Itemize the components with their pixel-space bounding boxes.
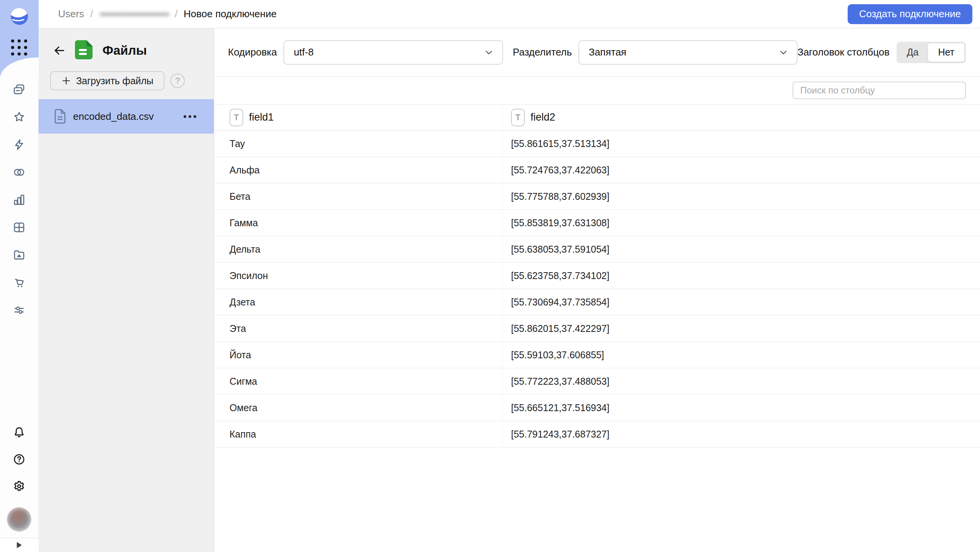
- avatar[interactable]: [7, 507, 31, 532]
- circles-icon[interactable]: [13, 166, 26, 179]
- table-row: Дельта [55.638053,37.591054]: [214, 236, 980, 263]
- files-panel-header: Файлы: [39, 28, 214, 61]
- settings-row: Кодировка utf-8 Разделитель Запятая: [214, 28, 980, 77]
- back-button[interactable]: [52, 44, 66, 57]
- table-body: Тау [55.861615,37.513134] Альфа [55.7247…: [214, 131, 980, 447]
- topbar: Users / ●●●●●●●●●●●●●●●●●●●● / Новое под…: [39, 0, 980, 28]
- table-cell-field1: Дзета: [214, 289, 502, 315]
- table-cell-field2: [55.623758,37.734102]: [502, 263, 980, 289]
- encoding-label: Кодировка: [228, 46, 277, 58]
- cell-value: [55.861615,37.513134]: [511, 138, 609, 149]
- cart-icon[interactable]: [13, 276, 26, 289]
- avatar-photo-blurred: [7, 507, 31, 532]
- upload-help-icon[interactable]: ?: [170, 73, 185, 88]
- column-type-string-icon[interactable]: T: [511, 109, 525, 126]
- table-row: Йота [55.59103,37.606855]: [214, 342, 980, 368]
- sidebar-bottom: [7, 426, 31, 538]
- cell-value: [55.772223,37.488053]: [511, 376, 609, 387]
- cell-value: Каппа: [230, 429, 256, 440]
- table-cell-field2: [55.853819,37.631308]: [502, 210, 980, 236]
- cell-value: [55.862015,37.422297]: [511, 323, 609, 334]
- cell-value: [55.791243,37.687327]: [511, 429, 609, 440]
- table-row: Бета [55.775788,37.602939]: [214, 183, 980, 210]
- sidebar-expand-button[interactable]: [0, 538, 39, 552]
- table-cell-field2: [55.59103,37.606855]: [502, 342, 980, 368]
- star-icon[interactable]: [13, 111, 26, 124]
- preview-table: T field1 T field2 Тау [55.861615,37.5131…: [214, 105, 980, 447]
- cell-value: Эпсилон: [230, 270, 268, 281]
- table-cell-field1: Сигма: [214, 368, 502, 394]
- column-header-toggle: Да Нет: [897, 42, 966, 63]
- cell-value: Йота: [230, 349, 251, 361]
- csv-file-type-icon: [75, 40, 93, 61]
- table-cell-field1: Эпсилон: [214, 263, 502, 289]
- table-cell-field2: [55.665121,37.516934]: [502, 395, 980, 421]
- cell-value: [55.853819,37.631308]: [511, 217, 609, 229]
- files-panel: Файлы Загрузить файлы ?: [39, 28, 214, 552]
- file-more-menu-icon[interactable]: [184, 115, 196, 118]
- upload-row: Загрузить файлы ?: [39, 71, 214, 90]
- app-sidebar: [0, 0, 39, 552]
- encoding-select[interactable]: utf-8: [283, 40, 503, 65]
- column-type-string-icon[interactable]: T: [230, 109, 243, 126]
- lightning-icon[interactable]: [13, 138, 26, 151]
- table-cell-field2: [55.772223,37.488053]: [502, 368, 980, 394]
- toggle-option-no[interactable]: Нет: [928, 43, 965, 62]
- cell-value: [55.623758,37.734102]: [511, 270, 609, 281]
- cell-value: Тау: [230, 138, 245, 149]
- cell-value: [55.638053,37.591054]: [511, 244, 609, 255]
- table-row: Альфа [55.724763,37.422063]: [214, 157, 980, 183]
- table-cell-field2: [55.791243,37.687327]: [502, 421, 980, 447]
- table-cell-field2: [55.861615,37.513134]: [502, 131, 980, 157]
- gear-icon[interactable]: [13, 480, 26, 493]
- help-icon[interactable]: [13, 453, 26, 466]
- cell-value: [55.724763,37.422063]: [511, 165, 609, 176]
- table-cell-field1: Альфа: [214, 157, 502, 183]
- file-document-icon: [54, 109, 66, 124]
- upload-files-button[interactable]: Загрузить файлы: [50, 71, 164, 90]
- bar-chart-icon[interactable]: [13, 193, 26, 206]
- plus-icon: [61, 76, 71, 86]
- table-header-field1: T field1: [214, 105, 502, 130]
- column-search-input[interactable]: [793, 82, 966, 99]
- table-cell-field2: [55.638053,37.591054]: [502, 236, 980, 262]
- breadcrumb-separator: /: [90, 8, 93, 20]
- grid-icon[interactable]: [13, 221, 26, 234]
- files-panel-title: Файлы: [103, 43, 147, 58]
- datalens-logo[interactable]: [10, 8, 28, 27]
- file-list-item[interactable]: encoded_data.csv: [39, 99, 214, 134]
- cell-value: [55.59103,37.606855]: [511, 349, 604, 361]
- cell-value: Альфа: [230, 165, 260, 176]
- file-list: encoded_data.csv: [39, 99, 214, 134]
- table-row: Сигма [55.772223,37.488053]: [214, 368, 980, 395]
- delimiter-select[interactable]: Запятая: [578, 40, 798, 65]
- sliders-icon[interactable]: [13, 304, 26, 317]
- table-row: Омега [55.665121,37.516934]: [214, 395, 980, 421]
- table-cell-field1: Омега: [214, 395, 502, 421]
- create-connection-button[interactable]: Создать подключение: [848, 4, 972, 24]
- breadcrumb-current-page: Новое подключение: [184, 8, 277, 20]
- chevron-down-icon: [778, 47, 788, 57]
- cell-value: Эта: [230, 323, 246, 334]
- table-cell-field1: Эта: [214, 315, 502, 341]
- back-arrow-icon: [53, 44, 66, 57]
- apps-grid-icon[interactable]: [11, 39, 27, 56]
- table-cell-field2: [55.730694,37.735854]: [502, 289, 980, 315]
- lower-row: Файлы Загрузить файлы ?: [39, 28, 980, 552]
- table-cell-field1: Гамма: [214, 210, 502, 236]
- table-cell-field2: [55.862015,37.422297]: [502, 315, 980, 341]
- toggle-option-yes[interactable]: Да: [898, 43, 928, 62]
- content-column: Users / ●●●●●●●●●●●●●●●●●●●● / Новое под…: [39, 0, 980, 552]
- cell-value: Дельта: [230, 244, 260, 255]
- breadcrumb-user-masked[interactable]: ●●●●●●●●●●●●●●●●●●●●: [99, 10, 169, 18]
- table-cell-field1: Каппа: [214, 421, 502, 447]
- folder-icon[interactable]: [13, 248, 26, 261]
- breadcrumb-users-link[interactable]: Users: [58, 8, 84, 20]
- table-row: Гамма [55.853819,37.631308]: [214, 210, 980, 236]
- cell-value: [55.775788,37.602939]: [511, 191, 609, 202]
- bell-icon[interactable]: [13, 426, 26, 439]
- collections-icon[interactable]: [13, 83, 26, 96]
- cell-value: Омега: [230, 402, 257, 413]
- expand-arrow-icon: [16, 542, 22, 549]
- cell-value: [55.730694,37.735854]: [511, 297, 609, 308]
